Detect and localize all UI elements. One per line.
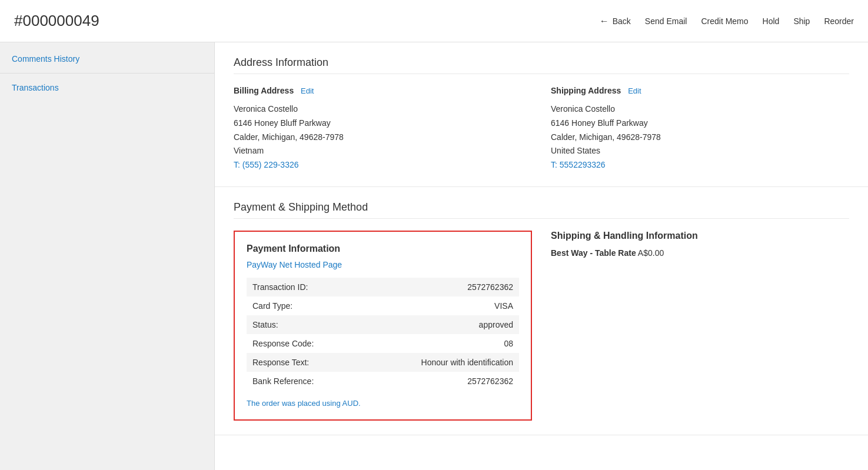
address-grid: Billing Address Edit Veronica Costello 6… — [234, 86, 849, 172]
shipping-name: Veronica Costello — [551, 102, 849, 116]
header-actions: ← Back Send Email Credit Memo Hold Ship … — [600, 16, 854, 26]
payment-row-label: Card Type: — [247, 296, 359, 315]
payment-note: The order was placed using AUD. — [247, 399, 519, 408]
payment-row-value: 2572762362 — [359, 278, 519, 296]
payment-table-row: Response Text:Honour with identification — [247, 353, 519, 372]
billing-street: 6146 Honey Bluff Parkway — [234, 116, 532, 131]
address-section-title: Address Information — [234, 56, 849, 74]
billing-city-state: Calder, Michigan, 49628-7978 — [234, 131, 532, 145]
page-title: #000000049 — [14, 12, 600, 30]
payment-row-value: approved — [359, 315, 519, 334]
page-header: #000000049 ← Back Send Email Credit Memo… — [0, 0, 868, 42]
back-arrow-icon: ← — [600, 16, 609, 26]
shipping-amount-value: A$0.00 — [638, 248, 664, 258]
payment-table-row: Bank Reference:2572762362 — [247, 372, 519, 391]
payment-row-value: Honour with identification — [359, 353, 519, 372]
billing-address-block: Billing Address Edit Veronica Costello 6… — [234, 86, 532, 172]
shipping-phone: T: 5552293326 — [551, 158, 849, 172]
payment-shipping-grid: Payment Information PayWay Net Hosted Pa… — [234, 231, 849, 421]
payment-section-title: Payment & Shipping Method — [234, 201, 849, 219]
shipping-method-label: Best Way - Table Rate — [551, 248, 636, 258]
payment-row-label: Bank Reference: — [247, 372, 359, 391]
hold-button[interactable]: Hold — [763, 16, 780, 26]
shipping-city-state: Calder, Michigan, 49628-7978 — [551, 131, 849, 145]
shipping-info-title: Shipping & Handling Information — [551, 231, 849, 241]
shipping-country: United States — [551, 144, 849, 158]
billing-edit-link[interactable]: Edit — [301, 86, 314, 95]
shipping-address-block: Shipping Address Edit Veronica Costello … — [551, 86, 849, 172]
shipping-rate: Best Way - Table Rate A$0.00 — [551, 248, 849, 258]
address-section: Address Information Billing Address Edit… — [215, 42, 868, 187]
payment-row-value: 08 — [359, 334, 519, 353]
payment-row-label: Response Text: — [247, 353, 359, 372]
payment-table-row: Response Code:08 — [247, 334, 519, 353]
shipping-street: 6146 Honey Bluff Parkway — [551, 116, 849, 131]
ship-button[interactable]: Ship — [793, 16, 810, 26]
payment-table: Transaction ID:2572762362Card Type:VISAS… — [247, 278, 519, 391]
back-button[interactable]: ← Back — [600, 16, 631, 26]
sidebar: Comments History Transactions — [0, 42, 215, 470]
billing-address-title: Billing Address Edit — [234, 86, 532, 95]
payment-row-label: Status: — [247, 315, 359, 334]
payment-box-title: Payment Information — [247, 244, 519, 254]
billing-phone: T: (555) 229-3326 — [234, 158, 532, 172]
shipping-address-text: Veronica Costello 6146 Honey Bluff Parkw… — [551, 102, 849, 172]
sidebar-item-comments-history[interactable]: Comments History — [0, 47, 214, 71]
payment-row-value: 2572762362 — [359, 372, 519, 391]
billing-name: Veronica Costello — [234, 102, 532, 116]
credit-memo-button[interactable]: Credit Memo — [701, 16, 748, 26]
payment-shipping-section: Payment & Shipping Method Payment Inform… — [215, 187, 868, 435]
payment-table-row: Card Type:VISA — [247, 296, 519, 315]
main-content: Address Information Billing Address Edit… — [215, 42, 868, 470]
send-email-button[interactable]: Send Email — [645, 16, 687, 26]
payment-row-label: Transaction ID: — [247, 278, 359, 296]
payment-row-label: Response Code: — [247, 334, 359, 353]
shipping-info-block: Shipping & Handling Information Best Way… — [551, 231, 849, 258]
billing-country: Vietnam — [234, 144, 532, 158]
payment-table-row: Transaction ID:2572762362 — [247, 278, 519, 296]
main-layout: Comments History Transactions Address In… — [0, 42, 868, 470]
payment-table-row: Status:approved — [247, 315, 519, 334]
payment-info-box: Payment Information PayWay Net Hosted Pa… — [234, 231, 532, 421]
payment-gateway: PayWay Net Hosted Page — [247, 260, 519, 269]
sidebar-divider — [0, 73, 214, 74]
shipping-edit-link[interactable]: Edit — [628, 86, 641, 95]
sidebar-item-transactions[interactable]: Transactions — [0, 76, 214, 99]
billing-address-text: Veronica Costello 6146 Honey Bluff Parkw… — [234, 102, 532, 172]
payment-row-value: VISA — [359, 296, 519, 315]
shipping-address-title: Shipping Address Edit — [551, 86, 849, 95]
reorder-button[interactable]: Reorder — [824, 16, 854, 26]
